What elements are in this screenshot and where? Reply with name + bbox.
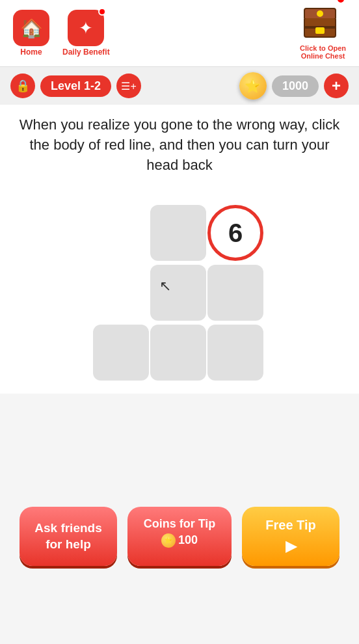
- video-icon: ▶: [286, 537, 297, 557]
- chest-lock: [317, 10, 323, 17]
- hint-text-area: When you realize you gone to the wrong w…: [0, 105, 359, 185]
- header-icons: 🏠 Home ✦ Daily Benefit: [13, 10, 110, 57]
- hint-text: When you realize you gone to the wrong w…: [20, 116, 339, 173]
- chest-badge: [336, 0, 345, 4]
- daily-benefit-button[interactable]: ✦ Daily Benefit: [62, 10, 110, 57]
- ask-friends-label: Ask friendsfor help: [34, 521, 101, 551]
- grid-cell-2-0[interactable]: [93, 325, 149, 381]
- level-left: 🔒 Level 1-2 ☰+: [10, 74, 141, 98]
- online-chest-button[interactable]: Click to Open Online Chest: [300, 7, 346, 60]
- coins-tip-amount: 100: [178, 532, 198, 548]
- chest-icon: [304, 7, 343, 43]
- free-tip-button[interactable]: Free Tip ▶: [242, 507, 339, 566]
- number-circle: 6: [207, 205, 263, 261]
- buttons-row: Ask friendsfor help Coins for Tip ⭐ 100 …: [0, 507, 359, 566]
- home-button[interactable]: 🏠 Home: [13, 10, 49, 57]
- coins-tip-amount-row: ⭐ 100: [161, 532, 198, 548]
- grid-cell-2-2[interactable]: [207, 325, 263, 381]
- level-badge: Level 1-2: [40, 75, 111, 97]
- level-right: ⭐ 1000 +: [239, 72, 349, 100]
- coin-count: 1000: [272, 75, 319, 97]
- level-bar: 🔒 Level 1-2 ☰+ ⭐ 1000 +: [0, 67, 359, 105]
- grid-cell-0-1[interactable]: [150, 205, 206, 261]
- coins-tip-label: Coins for Tip: [144, 516, 216, 532]
- chest-click-label: Click to Open: [300, 44, 346, 52]
- header: 🏠 Home ✦ Daily Benefit Click to: [0, 0, 359, 67]
- free-tip-label: Free Tip: [265, 516, 315, 534]
- game-area: 6 ↖: [0, 185, 359, 394]
- home-label: Home: [20, 47, 42, 57]
- daily-badge: [98, 8, 106, 16]
- list-icon[interactable]: ☰+: [116, 74, 141, 98]
- add-coins-button[interactable]: +: [324, 74, 349, 98]
- home-icon-circle: 🏠: [13, 10, 49, 46]
- grid-cell-2-1[interactable]: [150, 325, 206, 381]
- daily-label: Daily Benefit: [62, 47, 110, 57]
- grid-number: 6: [228, 219, 243, 248]
- bottom-area: [0, 394, 359, 524]
- chest-clasp: [315, 27, 325, 34]
- grid-container: 6 ↖: [92, 205, 267, 381]
- grid-cell-1-1[interactable]: ↖: [150, 265, 206, 321]
- lock-icon: 🔒: [10, 74, 35, 98]
- chest-label: Online Chest: [300, 52, 346, 60]
- small-coin-icon: ⭐: [161, 533, 176, 548]
- cursor-icon: ↖: [159, 278, 171, 295]
- coins-tip-button[interactable]: Coins for Tip ⭐ 100: [127, 507, 232, 566]
- chest-body: [304, 17, 336, 38]
- ask-friends-button[interactable]: Ask friendsfor help: [20, 507, 117, 566]
- chest-labels: Click to Open Online Chest: [300, 44, 346, 60]
- chest-lid: [304, 8, 336, 18]
- daily-benefit-icon-circle: ✦: [68, 10, 104, 46]
- coin-star-icon: ⭐: [239, 72, 267, 100]
- grid-cell-1-2[interactable]: [207, 265, 263, 321]
